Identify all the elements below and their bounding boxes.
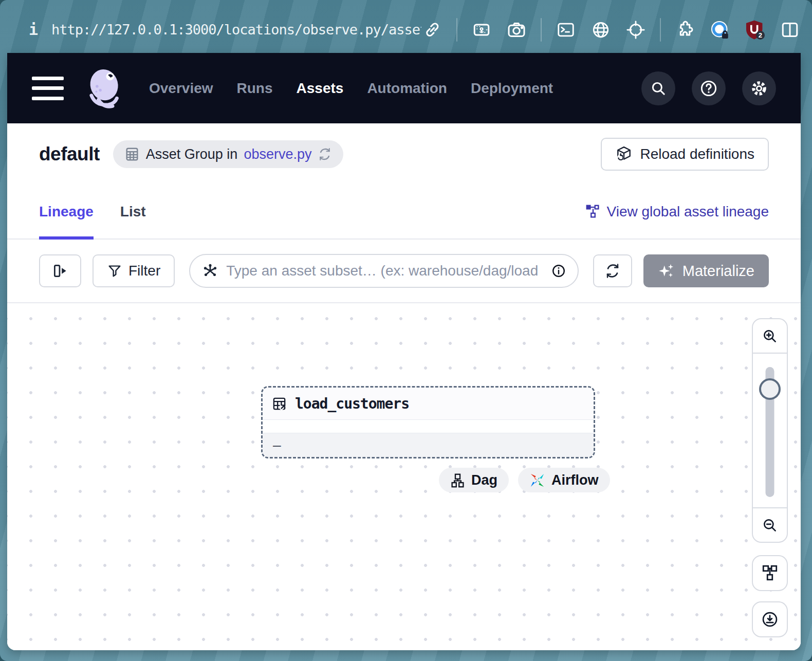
asset-node-header: load_customers xyxy=(263,388,594,420)
refresh-icon xyxy=(604,263,621,279)
zoom-out-icon xyxy=(761,517,779,534)
tabs-row: Lineage List View global asset lineage xyxy=(7,185,801,240)
link-icon[interactable] xyxy=(421,19,443,41)
lineage-canvas[interactable]: load_customers – Dag xyxy=(7,302,801,650)
lineage-toolbar: Filter xyxy=(7,240,801,302)
nav-item-automation[interactable]: Automation xyxy=(367,80,447,97)
filter-label: Filter xyxy=(128,263,160,279)
dag-icon xyxy=(450,473,465,488)
view-global-asset-lineage-label: View global asset lineage xyxy=(607,204,769,220)
top-navbar: Overview Runs Assets Automation Deployme… xyxy=(7,53,801,123)
page-header: default Asset Group in observe.py Reload… xyxy=(7,123,801,185)
sync-icon[interactable] xyxy=(318,147,332,161)
download-icon xyxy=(761,610,779,629)
globe-icon[interactable] xyxy=(590,19,612,41)
zoom-control-panel xyxy=(752,318,788,543)
adblock-shield-icon[interactable]: 2 xyxy=(744,19,766,41)
asset-node-body xyxy=(263,420,594,433)
nav-item-overview[interactable]: Overview xyxy=(149,80,213,97)
camera-icon[interactable] xyxy=(506,19,527,41)
tag-airflow-label: Airflow xyxy=(551,472,599,488)
dagster-app-window: Overview Runs Assets Automation Deployme… xyxy=(7,53,801,650)
asset-tags: Dag Airflow xyxy=(439,468,610,492)
filter-funnel-icon xyxy=(107,263,122,279)
crosshair-icon[interactable] xyxy=(625,19,647,41)
zoom-slider[interactable] xyxy=(753,354,787,507)
tag-dag-label: Dag xyxy=(471,472,497,488)
expand-panel-button[interactable] xyxy=(39,254,81,287)
page-title: default xyxy=(39,143,100,165)
download-image-button[interactable] xyxy=(752,601,788,637)
image-capture-icon[interactable] xyxy=(471,19,492,41)
asset-node-status: – xyxy=(263,433,594,457)
info-icon[interactable] xyxy=(551,263,566,279)
svg-text:2: 2 xyxy=(759,31,762,39)
asset-node-title: load_customers xyxy=(295,395,409,412)
asset-graph-asterisk-icon xyxy=(201,262,219,280)
nav-links: Overview Runs Assets Automation Deployme… xyxy=(149,80,553,97)
tab-lineage[interactable]: Lineage xyxy=(39,185,94,238)
lineage-graph-icon xyxy=(585,204,601,219)
toolbar-divider xyxy=(660,18,661,42)
badge-text: Asset Group in xyxy=(146,146,238,162)
password-manager-icon[interactable] xyxy=(709,19,731,41)
browser-bar: i http://127.0.0.1:3000/locations/observ… xyxy=(7,6,801,53)
observable-table-icon xyxy=(272,396,288,412)
rearrange-graph-button[interactable] xyxy=(752,555,788,591)
terminal-icon[interactable] xyxy=(555,19,577,41)
extensions-puzzle-icon[interactable] xyxy=(674,19,696,41)
asset-node-status-value: – xyxy=(273,437,281,453)
search-icon xyxy=(650,80,667,97)
reload-definitions-icon xyxy=(615,145,633,163)
asset-node-load-customers[interactable]: load_customers – xyxy=(261,386,595,458)
tab-list[interactable]: List xyxy=(120,185,146,238)
toolbar-divider xyxy=(541,18,542,42)
nav-item-assets[interactable]: Assets xyxy=(297,80,344,97)
filter-button[interactable]: Filter xyxy=(93,254,175,287)
asset-subset-input[interactable] xyxy=(226,263,544,279)
dagster-logo-icon[interactable] xyxy=(82,66,127,111)
materialize-label: Materialize xyxy=(682,263,754,280)
badge-file-link[interactable]: observe.py xyxy=(244,146,311,162)
airflow-logo-icon xyxy=(529,472,545,488)
sparkles-icon xyxy=(658,262,675,280)
split-view-icon[interactable] xyxy=(779,19,801,41)
code-location-icon xyxy=(124,146,140,162)
view-global-asset-lineage-link[interactable]: View global asset lineage xyxy=(585,204,769,220)
zoom-slider-thumb[interactable] xyxy=(759,378,781,400)
nav-item-runs[interactable]: Runs xyxy=(237,80,273,97)
search-button[interactable] xyxy=(641,71,675,105)
tag-airflow[interactable]: Airflow xyxy=(518,468,610,492)
panel-toggle-icon xyxy=(51,262,69,280)
materialize-button[interactable]: Materialize xyxy=(643,254,769,287)
reload-definitions-button[interactable]: Reload definitions xyxy=(601,138,769,171)
help-button[interactable] xyxy=(692,71,726,105)
hamburger-menu-button[interactable] xyxy=(32,77,64,100)
reload-definitions-label: Reload definitions xyxy=(640,146,754,162)
asset-group-badge[interactable]: Asset Group in observe.py xyxy=(113,140,344,168)
toolbar-divider xyxy=(456,18,457,42)
url-info-icon[interactable]: i xyxy=(29,21,38,39)
nav-item-deployment[interactable]: Deployment xyxy=(471,80,553,97)
gear-icon xyxy=(750,79,768,98)
refresh-graph-button[interactable] xyxy=(593,254,632,287)
asset-subset-search[interactable] xyxy=(189,254,579,288)
settings-button[interactable] xyxy=(742,71,776,105)
help-icon xyxy=(699,79,718,98)
zoom-in-icon xyxy=(761,327,779,345)
tag-dag[interactable]: Dag xyxy=(439,468,509,492)
graph-layout-icon xyxy=(761,564,779,582)
zoom-out-button[interactable] xyxy=(753,507,787,542)
zoom-in-button[interactable] xyxy=(753,319,787,354)
url-text[interactable]: http://127.0.0.1:3000/locations/observe.… xyxy=(51,22,421,38)
